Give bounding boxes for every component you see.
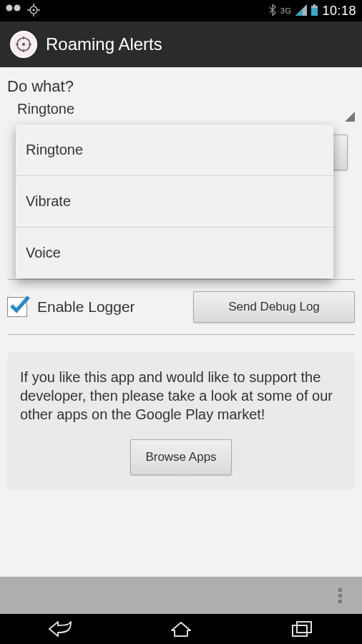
- recents-button[interactable]: [273, 616, 331, 642]
- status-bar: 3G 10:18: [0, 0, 362, 21]
- svg-point-0: [6, 4, 13, 11]
- bottom-action-bar: [0, 577, 362, 614]
- content-area: Do what? Ringtone Ringtone Vibrate Voice…: [0, 67, 362, 577]
- enable-logger-checkbox[interactable]: [7, 297, 27, 317]
- bluetooth-icon: [269, 4, 276, 18]
- svg-point-14: [22, 43, 25, 46]
- app-title: Roaming Alerts: [46, 34, 162, 54]
- dropdown-option-voice[interactable]: Voice: [16, 228, 333, 278]
- gps-icon: [27, 4, 40, 19]
- app-bar: Roaming Alerts: [0, 21, 362, 67]
- spinner-dropdown: Ringtone Vibrate Voice: [16, 125, 333, 278]
- send-debug-log-button[interactable]: Send Debug Log: [193, 291, 355, 323]
- clock: 10:18: [322, 4, 356, 19]
- section-title: Do what?: [7, 77, 355, 96]
- navigation-bar: [0, 614, 362, 644]
- svg-point-1: [14, 4, 21, 11]
- overflow-menu-icon[interactable]: [331, 581, 349, 610]
- browse-apps-button[interactable]: Browse Apps: [130, 439, 231, 475]
- divider: [7, 334, 355, 335]
- dropdown-option-ringtone[interactable]: Ringtone: [16, 125, 333, 176]
- spinner-trigger-icon: [345, 112, 355, 122]
- home-button[interactable]: [152, 616, 210, 642]
- signal-icon: [295, 4, 307, 18]
- divider: [7, 279, 355, 280]
- promo-text: If you like this app and would like to s…: [20, 368, 342, 424]
- svg-rect-11: [313, 4, 315, 6]
- svg-point-3: [33, 9, 35, 11]
- enable-logger-label: Enable Logger: [33, 298, 187, 316]
- svg-marker-9: [295, 9, 303, 16]
- svg-rect-20: [297, 622, 311, 633]
- svg-rect-12: [311, 8, 318, 16]
- dropdown-option-vibrate[interactable]: Vibrate: [16, 176, 333, 228]
- promo-card: If you like this app and would like to s…: [7, 352, 355, 489]
- battery-icon: [311, 4, 318, 18]
- status-ongoing-icon: [6, 4, 21, 18]
- network-label: 3G: [280, 6, 292, 15]
- app-icon: [10, 31, 37, 58]
- svg-rect-19: [293, 625, 307, 636]
- logger-row: Enable Logger Send Debug Log: [7, 287, 355, 327]
- spinner-selected-text: Ringtone: [17, 101, 74, 117]
- spinner-selected[interactable]: Ringtone: [7, 99, 355, 119]
- back-button[interactable]: [31, 616, 89, 642]
